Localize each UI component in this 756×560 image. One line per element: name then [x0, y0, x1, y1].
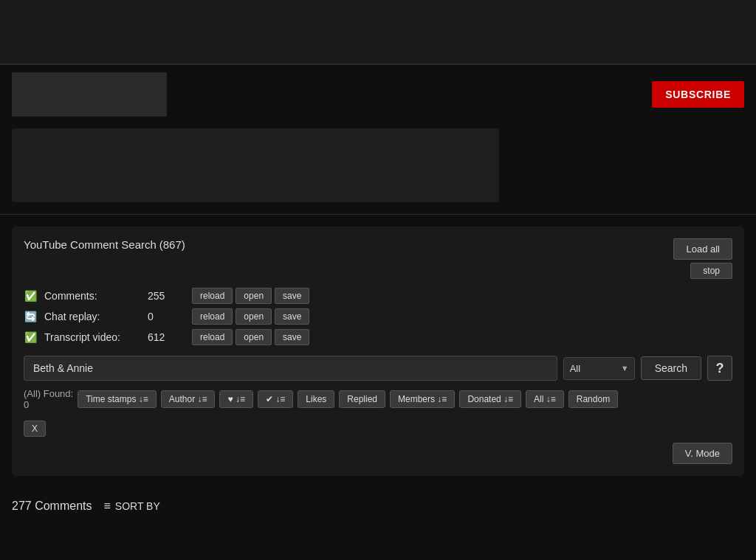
chat-save-button[interactable]: save	[275, 308, 309, 325]
search-button[interactable]: Search	[641, 356, 701, 380]
filter-check[interactable]: ✔ ↓≡	[258, 390, 293, 408]
vmode-button[interactable]: V. Mode	[673, 443, 732, 464]
filter-author[interactable]: Author ↓≡	[161, 390, 216, 408]
dropdown-wrapper: All Comments Chat Transcript ▼	[563, 357, 635, 380]
chat-reload-button[interactable]: reload	[192, 308, 233, 325]
filter-donated[interactable]: Donated ↓≡	[459, 390, 521, 408]
transcript-label: Transcript video:	[44, 331, 140, 343]
sort-by-label: SORT BY	[115, 500, 160, 512]
comments-row: ✅ Comments: 255 reload open save	[24, 288, 732, 304]
stop-button[interactable]: stop	[690, 263, 732, 279]
chat-value: 0	[148, 311, 185, 322]
comment-search-panel: YouTube Comment Search (867) Load all st…	[12, 227, 744, 476]
transcript-reload-button[interactable]: reload	[192, 329, 233, 345]
transcript-open-button[interactable]: open	[236, 329, 272, 345]
filter-timestamps[interactable]: Time stamps ↓≡	[78, 390, 157, 408]
filter-members[interactable]: Members ↓≡	[390, 390, 455, 408]
vmode-row: V. Mode	[24, 443, 732, 464]
clear-filter-button[interactable]: X	[24, 421, 46, 437]
comments-open-button[interactable]: open	[236, 288, 272, 304]
transcript-status-icon: ✅	[24, 331, 37, 344]
x-button-row: X	[24, 418, 732, 437]
panel-title-text: YouTube Comment Search	[24, 238, 157, 251]
chat-buttons: reload open save	[192, 308, 309, 325]
chat-label: Chat replay:	[44, 311, 140, 322]
divider	[0, 214, 756, 215]
sort-icon: ≡	[104, 499, 111, 513]
help-button[interactable]: ?	[707, 356, 732, 381]
chat-status-icon: 🔄	[24, 310, 37, 323]
sort-by-button[interactable]: ≡ SORT BY	[104, 499, 160, 513]
chat-open-button[interactable]: open	[236, 308, 272, 325]
comments-reload-button[interactable]: reload	[192, 288, 233, 304]
load-all-button[interactable]: Load all	[673, 238, 732, 260]
channel-thumbnail	[12, 72, 167, 117]
video-area	[0, 0, 756, 65]
transcript-value: 612	[148, 331, 185, 343]
filter-row: (All) Found: 0 Time stamps ↓≡ Author ↓≡ …	[24, 388, 732, 410]
description-area	[12, 128, 499, 202]
search-bar-row: All Comments Chat Transcript ▼ Search ?	[24, 356, 732, 381]
filter-replied[interactable]: Replied	[339, 390, 385, 408]
filter-all[interactable]: All ↓≡	[526, 390, 564, 408]
search-type-dropdown[interactable]: All Comments Chat Transcript	[563, 357, 635, 380]
chat-row: 🔄 Chat replay: 0 reload open save	[24, 308, 732, 325]
comments-value: 255	[148, 290, 185, 302]
found-label: (All) Found: 0	[24, 388, 73, 410]
filter-likes[interactable]: Likes	[298, 390, 334, 408]
comments-buttons: reload open save	[192, 288, 309, 304]
search-input[interactable]	[24, 356, 557, 381]
filter-heart[interactable]: ♥ ↓≡	[219, 390, 252, 408]
comments-label: Comments:	[44, 290, 140, 302]
channel-row: SUBSCRIBE	[0, 65, 756, 124]
comments-status-icon: ✅	[24, 289, 37, 303]
panel-actions: Load all stop	[673, 238, 732, 279]
transcript-save-button[interactable]: save	[275, 329, 309, 345]
transcript-row: ✅ Transcript video: 612 reload open save	[24, 329, 732, 345]
panel-header: YouTube Comment Search (867) Load all st…	[24, 238, 732, 279]
transcript-buttons: reload open save	[192, 329, 309, 345]
comments-count: 277 Comments	[12, 499, 92, 513]
comments-section: 277 Comments ≡ SORT BY	[0, 488, 756, 513]
subscribe-button[interactable]: SUBSCRIBE	[652, 81, 744, 108]
panel-title: YouTube Comment Search (867)	[24, 238, 185, 251]
panel-count: (867)	[159, 238, 185, 251]
comments-save-button[interactable]: save	[275, 288, 309, 304]
filter-random[interactable]: Random	[568, 390, 618, 408]
